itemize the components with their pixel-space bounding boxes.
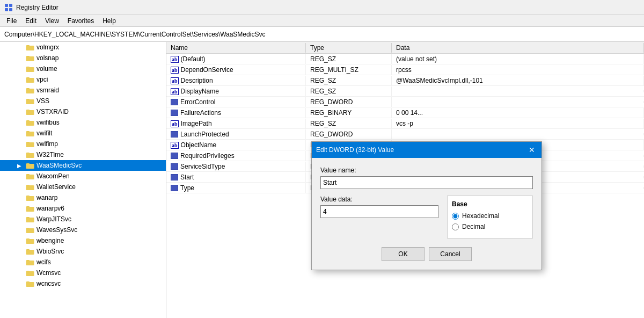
registry-name-cell: ServiceSidType bbox=[166, 162, 306, 171]
tree-item-walletservice[interactable]: WalletService bbox=[0, 182, 166, 192]
value-name-label: Value name: bbox=[320, 167, 533, 174]
folder-icon bbox=[26, 279, 34, 288]
value-data-input[interactable] bbox=[320, 205, 438, 218]
dword-icon bbox=[171, 174, 178, 180]
tree-item-waasmedicsvc[interactable]: ▶ WaaSMedicSvc bbox=[0, 160, 166, 171]
menu-view[interactable]: View bbox=[41, 16, 63, 26]
tree-item-label: WavesSysSvc bbox=[36, 226, 77, 234]
registry-row[interactable]: abDependOnServiceREG_MULTI_SZrpcss bbox=[166, 64, 644, 75]
registry-type-cell: REG_SZ bbox=[306, 76, 392, 85]
menu-help[interactable]: Help bbox=[98, 16, 120, 26]
folder-icon bbox=[26, 215, 34, 223]
hexadecimal-radio[interactable] bbox=[452, 213, 459, 220]
tree-item-vss[interactable]: VSS bbox=[0, 96, 166, 106]
registry-name-cell: Start bbox=[166, 172, 306, 182]
value-data-label: Value data: bbox=[320, 196, 438, 203]
tree-item-wacompen[interactable]: WacomPen bbox=[0, 171, 166, 182]
base-label: Base bbox=[452, 200, 528, 208]
registry-name-cell: abDependOnService bbox=[166, 65, 306, 75]
svg-rect-0 bbox=[5, 4, 8, 7]
svg-rect-9 bbox=[26, 56, 34, 61]
registry-row[interactable]: ab(Default)REG_SZ(value not set) bbox=[166, 54, 644, 64]
menu-edit[interactable]: Edit bbox=[21, 16, 41, 26]
registry-data-cell: @WaaSMedicSvcImpl.dll,-101 bbox=[392, 76, 644, 85]
registry-name-cell: FailureActions bbox=[166, 108, 306, 118]
tree-item-wbengine[interactable]: wbengine bbox=[0, 235, 166, 246]
tree-item-vsmraid[interactable]: vsmraid bbox=[0, 85, 166, 96]
svg-rect-51 bbox=[26, 207, 34, 212]
folder-icon bbox=[26, 204, 34, 213]
tree-item-wcifs[interactable]: wcifs bbox=[0, 257, 166, 268]
tree-item-label: volume bbox=[36, 65, 57, 73]
tree-item-label: WalletService bbox=[36, 183, 76, 191]
tree-item-volmgrx[interactable]: volmgrx bbox=[0, 42, 166, 53]
folder-icon bbox=[26, 161, 34, 170]
registry-row[interactable]: abImagePathREG_SZvcs -p bbox=[166, 118, 644, 129]
tree-item-label: wcifs bbox=[36, 258, 51, 266]
value-data-section: Value data: bbox=[320, 196, 438, 238]
tree-item-warpjitsvc[interactable]: WarpJITSvc bbox=[0, 214, 166, 225]
tree-item-wanarpv6[interactable]: wanarpv6 bbox=[0, 203, 166, 214]
folder-icon bbox=[26, 183, 34, 191]
tree-panel[interactable]: volmgrx volsnap volume vpci vsmraid VSS … bbox=[0, 42, 166, 318]
folder-icon bbox=[26, 150, 34, 159]
tree-item-vwifibus[interactable]: vwifibus bbox=[0, 117, 166, 128]
base-section: Base Hexadecimal Decimal bbox=[447, 196, 533, 238]
dialog-title: Edit DWORD (32-bit) Value bbox=[316, 146, 394, 154]
registry-row[interactable]: abDisplayNameREG_SZ bbox=[166, 86, 644, 97]
menu-file[interactable]: File bbox=[2, 16, 21, 26]
tree-item-w32time[interactable]: W32Time bbox=[0, 149, 166, 160]
ab-icon: ab bbox=[171, 88, 179, 95]
registry-row[interactable]: abDescriptionREG_SZ@WaaSMedicSvcImpl.dll… bbox=[166, 75, 644, 86]
decimal-option[interactable]: Decimal bbox=[452, 223, 528, 230]
tree-item-volsnap[interactable]: volsnap bbox=[0, 53, 166, 63]
tree-item-wanarp[interactable]: wanarp bbox=[0, 192, 166, 203]
tree-item-label: vwifilt bbox=[36, 129, 52, 137]
registry-data-cell: 0 00 14... bbox=[392, 108, 644, 118]
registry-name-cell: LaunchProtected bbox=[166, 129, 306, 139]
svg-rect-39 bbox=[26, 164, 34, 169]
tree-item-wavessyssvc[interactable]: WavesSysSvc bbox=[0, 225, 166, 235]
cancel-button[interactable]: Cancel bbox=[429, 247, 472, 261]
tree-item-vstxraid[interactable]: VSTXRAID bbox=[0, 106, 166, 117]
ab-icon: ab bbox=[171, 56, 179, 63]
registry-row[interactable]: ErrorControlREG_DWORD bbox=[166, 97, 644, 107]
svg-rect-30 bbox=[26, 132, 34, 136]
tree-item-volume[interactable]: volume bbox=[0, 63, 166, 74]
registry-data-cell: (value not set) bbox=[392, 54, 644, 64]
registry-name-cell: RequiredPrivileges bbox=[166, 151, 306, 161]
registry-data-cell bbox=[392, 133, 644, 135]
tree-item-vwifimp[interactable]: vwifimp bbox=[0, 139, 166, 149]
menu-favorites[interactable]: Favorites bbox=[63, 16, 98, 26]
folder-icon bbox=[26, 247, 34, 256]
ok-button[interactable]: OK bbox=[382, 247, 425, 261]
dialog-close-button[interactable]: ✕ bbox=[526, 144, 537, 155]
tree-item-label: W32Time bbox=[36, 151, 64, 158]
dialog-body: Value name: Value data: Base Hexadecimal… bbox=[312, 158, 541, 270]
tree-item-wcncsvc[interactable]: wcncsvc bbox=[0, 278, 166, 289]
tree-item-vwifilt[interactable]: vwifilt bbox=[0, 128, 166, 139]
registry-name-text: DependOnService bbox=[181, 66, 233, 74]
tree-item-label: vwifimp bbox=[36, 140, 58, 148]
chevron-icon: ▶ bbox=[17, 163, 26, 169]
tree-item-label: volsnap bbox=[36, 54, 58, 62]
hexadecimal-option[interactable]: Hexadecimal bbox=[452, 212, 528, 220]
svg-rect-33 bbox=[26, 142, 34, 147]
svg-rect-15 bbox=[26, 78, 34, 83]
registry-name-text: (Default) bbox=[181, 55, 206, 63]
decimal-radio[interactable] bbox=[452, 223, 459, 230]
tree-item-wcmsvc[interactable]: Wcmsvc bbox=[0, 268, 166, 278]
dialog-titlebar: Edit DWORD (32-bit) Value ✕ bbox=[312, 142, 541, 158]
folder-icon bbox=[26, 97, 34, 105]
tree-item-wbiosrvc[interactable]: WbioSrvc bbox=[0, 246, 166, 257]
main-content: volmgrx volsnap volume vpci vsmraid VSS … bbox=[0, 42, 644, 318]
registry-name-text: DisplayName bbox=[181, 88, 219, 95]
registry-type-cell: REG_BINARY bbox=[306, 108, 392, 118]
svg-rect-27 bbox=[26, 121, 34, 126]
value-name-input[interactable] bbox=[320, 176, 533, 189]
registry-row[interactable]: FailureActionsREG_BINARY0 00 14... bbox=[166, 107, 644, 118]
tree-item-vpci[interactable]: vpci bbox=[0, 74, 166, 85]
registry-name-cell: abObjectName bbox=[166, 140, 306, 150]
tree-item-label: WacomPen bbox=[36, 172, 70, 180]
registry-row[interactable]: LaunchProtectedREG_DWORD bbox=[166, 129, 644, 140]
